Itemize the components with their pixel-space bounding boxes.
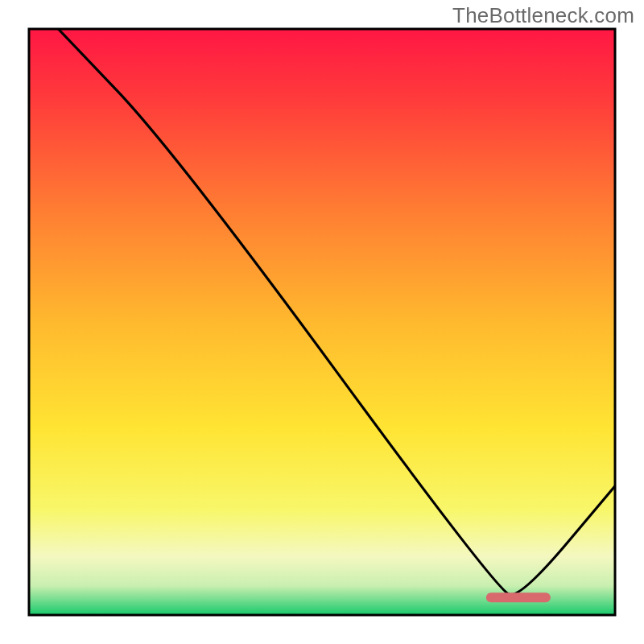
watermark-text: TheBottleneck.com (452, 3, 634, 28)
bottleneck-chart (0, 0, 644, 644)
optimum-marker (486, 592, 551, 602)
gradient-background (29, 29, 615, 615)
chart-stage: TheBottleneck.com (0, 0, 644, 644)
